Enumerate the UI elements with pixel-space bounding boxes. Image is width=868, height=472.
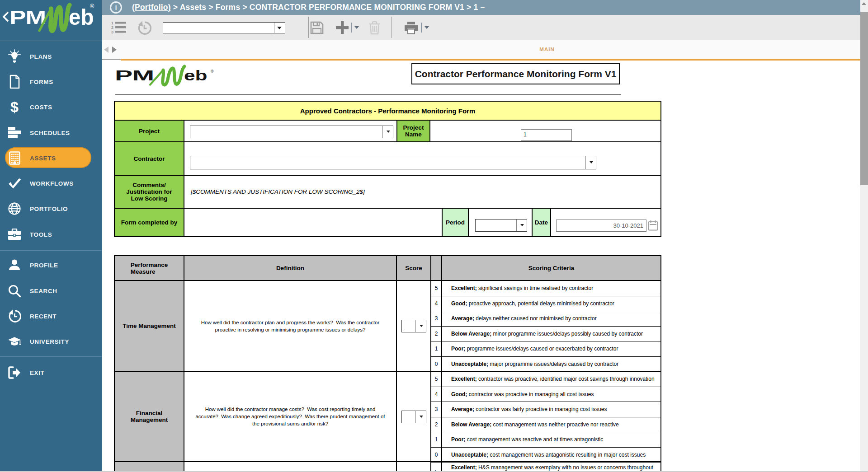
svg-text:®: ® — [90, 3, 94, 9]
svg-text:eb: eb — [184, 67, 208, 84]
svg-text:2: 2 — [111, 25, 113, 30]
svg-text:®: ® — [211, 69, 214, 74]
svg-text:$: $ — [10, 99, 19, 115]
svg-text:PM: PM — [115, 68, 154, 84]
svg-text:PM: PM — [9, 6, 46, 28]
svg-text:3: 3 — [111, 30, 113, 34]
svg-text:1: 1 — [111, 21, 113, 25]
